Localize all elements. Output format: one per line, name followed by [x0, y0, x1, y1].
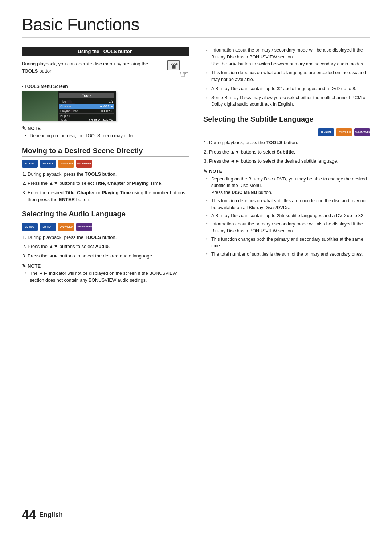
note3-item-4: Information about the primary / secondar… [206, 221, 370, 235]
note-tools-differ: ✎ NOTE Depending on the disc, the TOOLS … [22, 125, 189, 139]
subtitle-step-3: Press the ◄► buttons to select the desir… [209, 158, 370, 165]
subtitle-steps: During playback, press the TOOLS button.… [209, 139, 370, 165]
page-language: English [39, 511, 63, 519]
subtitle-step-2: Press the ▲▼ buttons to select Subtitle. [209, 149, 370, 156]
audio-disc-badges: BD-ROM BD-RE/-R DVD-VIDEO DivX/MKV/MP4 [22, 223, 189, 231]
note3-item-6: The total number of subtitles is the sum… [206, 251, 370, 258]
page-number-area: 44 English [22, 507, 63, 522]
tools-menu-row-playtime: Playing Time 00:12:06 [59, 109, 114, 114]
subtitle-step-1: During playback, press the TOOLS button. [209, 139, 370, 146]
note3-header: ✎ NOTE [203, 168, 370, 174]
tools-button-icon: TOOLS ⬛ ☞ [167, 60, 189, 80]
subtitle-disc-badges: BD-ROM DVD-VIDEO DivX/MKV/MP4 [203, 128, 370, 136]
tools-menu-title: Tools [59, 93, 114, 98]
note3-item-5: This function changes both the primary a… [206, 236, 370, 250]
badge-dvd-rw: DVD±RW/±R [76, 160, 92, 168]
tools-intro: During playback, you can operate disc me… [22, 60, 189, 80]
moving-step-2: Press the ▲▼ buttons to select Title, Ch… [28, 180, 189, 187]
tools-menu-label: • TOOLS Menu Screen [22, 84, 189, 89]
tools-menu-row-repeat: Repeat [59, 114, 114, 118]
note3-item-1: Depending on the Blu-ray Disc / DVD, you… [206, 176, 370, 196]
audio-note-1: Information about the primary / secondar… [206, 47, 370, 67]
audio-badge-bd-rom: BD-ROM [22, 223, 38, 231]
audio-note-3: A Blu-ray Disc can contain up to 32 audi… [206, 85, 370, 92]
audio-note-2: This function depends on what audio lang… [206, 69, 370, 83]
pencil-icon-2: ✎ [22, 263, 26, 269]
audio-badge-bd-rer: BD-RE/-R [40, 223, 56, 231]
note2-header: ✎ NOTE [22, 263, 189, 269]
audio-badge-divx: DivX/MKV/MP4 [76, 223, 92, 231]
audio-continuation-notes: Information about the primary / secondar… [203, 47, 370, 108]
badge-bd-rom: BD-ROM [22, 160, 38, 168]
subtitle-badge-bd-rom: BD-ROM [318, 128, 334, 136]
note2-item-1: The ◄► indicator will not be displayed o… [25, 270, 189, 284]
page-title: Basic Functions [22, 15, 370, 38]
tools-menu-row-chapter: Chapter ◄ 4/21 ► [59, 104, 114, 109]
note1-header: ✎ NOTE [22, 125, 189, 131]
page-number: 44 [22, 507, 36, 522]
note1-item-1: Depending on the disc, the TOOLS menu ma… [25, 133, 189, 139]
moving-step-1: During playback, press the TOOLS button. [28, 171, 189, 178]
pencil-icon-3: ✎ [203, 168, 208, 174]
subtitle-badge-dvd-video: DVD-VIDEO [336, 128, 352, 136]
audio-steps: During playback, press the TOOLS button.… [28, 234, 189, 260]
audio-step-2: Press the ▲▼ buttons to select Audio. [28, 243, 189, 250]
audio-section-title: Selecting the Audio Language [22, 210, 189, 220]
tools-menu-background: 🌸 Tools Title 1/1 Chapter ◄ 4/21 ► Playi… [22, 91, 116, 121]
note3-list: Depending on the Blu-ray Disc / DVD, you… [203, 176, 370, 258]
note3-item-3: A Blu-ray Disc can contain up to 255 sub… [206, 212, 370, 219]
moving-section-title: Moving to a Desired Scene Directly [22, 147, 189, 157]
tools-intro-text: During playback, you can operate disc me… [22, 60, 161, 74]
tools-section-heading: Using the TOOLS button [22, 47, 189, 56]
note3-item-2: This function depends on what subtitles … [206, 198, 370, 211]
subtitle-badge-divx: DivX/MKV/MP4 [354, 128, 370, 136]
tools-menu-row-audio: Audio 1/7 ENG Multi CH [59, 118, 114, 121]
badge-dvd-video: DVD-VIDEO [58, 160, 74, 168]
moving-step-3: Enter the desired Title, Chapter or Play… [28, 189, 189, 203]
note-audio: ✎ NOTE The ◄► indicator will not be disp… [22, 263, 189, 284]
tools-device-icon: TOOLS ⬛ [167, 60, 180, 70]
hand-cursor-icon: ☞ [180, 68, 189, 80]
note-subtitle: ✎ NOTE Depending on the Blu-ray Disc / D… [203, 168, 370, 258]
tools-menu-overlay: Tools Title 1/1 Chapter ◄ 4/21 ► Playing… [58, 91, 116, 121]
audio-step-3: Press the ◄► buttons to select the desir… [28, 252, 189, 260]
pencil-icon: ✎ [22, 125, 26, 131]
audio-badge-dvd-video: DVD-VIDEO [58, 223, 74, 231]
tools-menu-row-title: Title 1/1 [59, 99, 114, 104]
badge-bd-rer: BD-RE/-R [40, 160, 56, 168]
audio-step-1: During playback, press the TOOLS button. [28, 234, 189, 241]
note1-list: Depending on the disc, the TOOLS menu ma… [22, 133, 189, 139]
audio-note-4: Some Blu-ray Discs may allow you to sele… [206, 94, 370, 108]
note2-list: The ◄► indicator will not be displayed o… [22, 270, 189, 284]
moving-steps: During playback, press the TOOLS button.… [28, 171, 189, 203]
subtitle-section-title: Selecting the Subtitle Language [203, 115, 370, 125]
right-column: Information about the primary / secondar… [203, 47, 370, 288]
moving-disc-badges: BD-ROM BD-RE/-R DVD-VIDEO DVD±RW/±R [22, 160, 189, 168]
left-column: Using the TOOLS button During playback, … [22, 47, 189, 288]
tools-menu-screen: 🌸 Tools Title 1/1 Chapter ◄ 4/21 ► Playi… [22, 91, 116, 121]
